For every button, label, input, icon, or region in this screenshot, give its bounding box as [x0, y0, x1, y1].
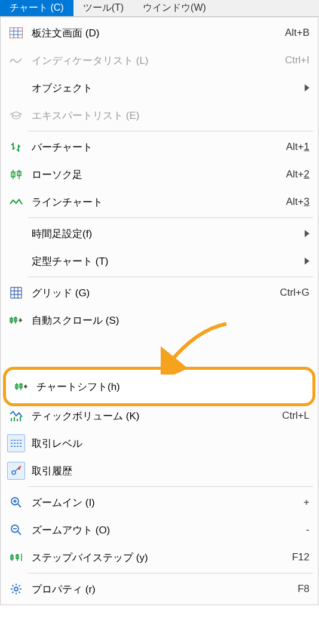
svg-point-44: [20, 466, 22, 468]
menu-separator: [28, 573, 313, 574]
zoom-in-icon: [5, 496, 27, 508]
menu-label: チャートシフト(h): [32, 380, 312, 394]
tick-volume-icon: [5, 410, 27, 422]
trade-history-icon: [7, 462, 25, 480]
menu-depth-of-market[interactable]: 板注文画面 (D) Alt+B: [1, 19, 318, 47]
menu-step-by-step[interactable]: ステップバイステップ (y) F12: [1, 544, 318, 571]
bar-chart-icon: [5, 141, 27, 153]
svg-line-62: [13, 585, 14, 587]
menu-indicator-list: インディケータリスト (L) Ctrl+I: [1, 47, 318, 74]
menubar-chart[interactable]: チャート (C): [0, 0, 73, 16]
menu-shortcut: Ctrl+L: [282, 410, 309, 422]
expert-list-icon: [5, 111, 27, 120]
menu-grid[interactable]: グリッド (G) Ctrl+G: [1, 279, 318, 306]
menu-label: オブジェクト: [27, 81, 305, 95]
menu-separator: [28, 217, 313, 218]
menu-label: 取引履歴: [27, 464, 309, 478]
menu-label: ズームアウト (O): [27, 523, 306, 537]
menu-separator: [28, 277, 313, 277]
menu-shortcut: Alt+2: [286, 168, 309, 180]
svg-line-65: [13, 592, 14, 593]
indicator-list-icon: [5, 56, 27, 65]
menu-label: 自動スクロール (S): [27, 314, 309, 327]
menu-shortcut: Alt+3: [286, 196, 309, 208]
menu-shortcut: F12: [292, 551, 309, 563]
menu-shortcut: Alt+1: [286, 141, 309, 153]
submenu-arrow-icon: [305, 84, 309, 91]
step-by-step-icon: [5, 552, 27, 563]
menubar-tools[interactable]: ツール(T): [73, 0, 133, 16]
chart-dropdown-menu: 板注文画面 (D) Alt+B インディケータリスト (L) Ctrl+I オブ…: [0, 17, 318, 605]
depth-of-market-icon: [5, 27, 27, 38]
menu-label: ラインチャート: [27, 195, 286, 209]
menu-shortcut: Ctrl+G: [280, 287, 309, 299]
menubar: チャート (C) ツール(T) ウインドウ(W): [0, 0, 319, 17]
menu-candlestick[interactable]: ローソク足 Alt+2: [1, 161, 318, 188]
menu-label: ズームイン (I): [27, 496, 303, 510]
menu-auto-scroll[interactable]: 自動スクロール (S): [1, 306, 318, 334]
properties-icon: [5, 583, 27, 595]
menu-label: 時間足設定(f): [27, 227, 305, 241]
menu-trade-history[interactable]: 取引履歴: [1, 457, 318, 484]
menu-label: 定型チャート (T): [27, 254, 305, 268]
menu-label: グリッド (G): [27, 286, 280, 300]
svg-line-64: [19, 585, 20, 587]
menu-templates[interactable]: 定型チャート (T): [1, 247, 318, 275]
menu-shortcut: Alt+B: [285, 27, 309, 39]
menu-shortcut: +: [303, 496, 309, 508]
menu-shortcut: F8: [297, 583, 309, 595]
menu-zoom-out[interactable]: ズームアウト (O) -: [1, 516, 318, 544]
menu-bar-chart[interactable]: バーチャート Alt+1: [1, 133, 318, 161]
line-chart-icon: [5, 198, 27, 206]
svg-point-42: [12, 471, 16, 474]
menu-objects[interactable]: オブジェクト: [1, 74, 318, 102]
chart-shift-icon: [10, 381, 32, 392]
grid-icon: [5, 287, 27, 299]
menu-trade-levels[interactable]: 取引レベル: [1, 430, 318, 457]
menubar-window[interactable]: ウインドウ(W): [133, 0, 216, 16]
menu-label: ティックボリューム (K): [27, 409, 282, 423]
svg-line-50: [18, 532, 21, 535]
svg-line-46: [18, 504, 21, 507]
highlight-chart-shift[interactable]: チャートシフト(h): [3, 367, 315, 406]
menu-timeframes[interactable]: 時間足設定(f): [1, 220, 318, 247]
svg-rect-0: [10, 27, 23, 38]
menu-label: インディケータリスト (L): [27, 54, 285, 68]
auto-scroll-icon: [5, 315, 27, 326]
submenu-arrow-icon: [305, 257, 309, 265]
svg-point-57: [14, 587, 18, 591]
menu-properties[interactable]: プロパティ (r) F8: [1, 575, 318, 603]
svg-line-63: [19, 592, 20, 593]
menu-label: ステップバイステップ (y): [27, 551, 292, 565]
menu-expert-list: エキスパートリスト (E): [1, 102, 318, 129]
trade-levels-icon: [7, 434, 25, 452]
menu-label: バーチャート: [27, 140, 286, 154]
menu-label: 取引レベル: [27, 437, 309, 450]
menu-shortcut: -: [306, 524, 309, 536]
menu-label: 板注文画面 (D): [27, 26, 285, 40]
svg-point-43: [18, 467, 20, 470]
zoom-out-icon: [5, 524, 27, 536]
menu-label: エキスパートリスト (E): [27, 109, 309, 122]
menu-label: プロパティ (r): [27, 582, 297, 596]
menu-separator: [28, 486, 313, 487]
menu-shortcut: Ctrl+I: [285, 54, 309, 66]
menu-label: ローソク足: [27, 168, 286, 182]
candlestick-icon: [5, 168, 27, 180]
menu-separator: [28, 131, 313, 131]
menu-line-chart[interactable]: ラインチャート Alt+3: [1, 188, 318, 216]
submenu-arrow-icon: [305, 230, 309, 237]
menu-zoom-in[interactable]: ズームイン (I) +: [1, 489, 318, 516]
